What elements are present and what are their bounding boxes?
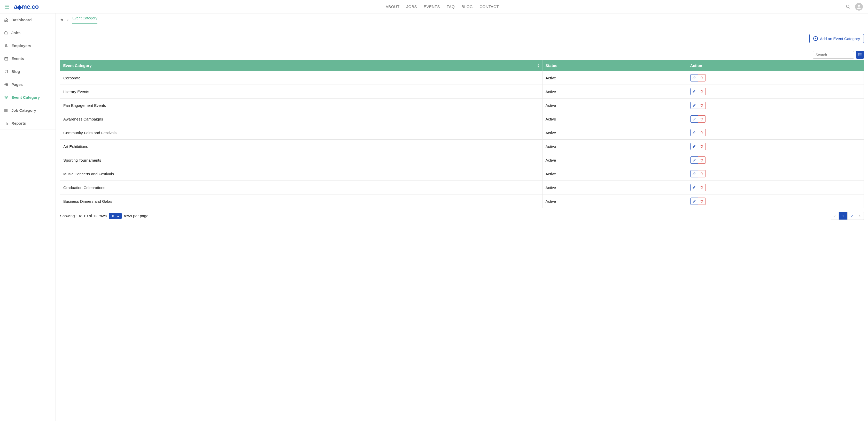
cell-action <box>687 181 864 194</box>
cell-status: Active <box>542 71 687 85</box>
job-category-icon <box>4 108 8 112</box>
avatar[interactable] <box>855 3 863 10</box>
topnav-faq[interactable]: FAQ <box>447 4 455 9</box>
breadcrumb-current[interactable]: Event Category <box>72 16 97 24</box>
sidebar-item-events[interactable]: Events <box>0 52 56 65</box>
delete-button[interactable] <box>698 129 706 136</box>
delete-button[interactable] <box>698 157 706 164</box>
edit-button[interactable] <box>690 170 698 177</box>
dashboard-icon <box>4 18 8 22</box>
cell-name: Literary Events <box>60 85 542 99</box>
cell-action <box>687 126 864 140</box>
delete-button[interactable] <box>698 198 706 205</box>
blog-icon <box>4 69 8 74</box>
breadcrumb: Event Category <box>56 13 868 24</box>
topnav-jobs[interactable]: JOBS <box>406 4 417 9</box>
sidebar-item-label: Event Category <box>11 95 40 100</box>
delete-button[interactable] <box>698 102 706 109</box>
sidebar-item-label: Jobs <box>11 30 21 35</box>
sidebar-item-employers[interactable]: Employers <box>0 39 56 52</box>
table-row: Graduation CelebrationsActive <box>60 181 864 194</box>
col-action: Action <box>687 60 864 71</box>
edit-button[interactable] <box>690 88 698 95</box>
search-input[interactable] <box>813 51 854 59</box>
logo[interactable]: ame.co <box>14 3 39 10</box>
cell-action <box>687 153 864 167</box>
search-icon[interactable] <box>846 4 850 9</box>
svg-point-0 <box>846 5 849 8</box>
page-size-select[interactable]: 10 ▲ <box>109 213 122 219</box>
sidebar-item-pages[interactable]: Pages <box>0 78 56 91</box>
chevron-right-icon <box>67 19 69 21</box>
hamburger-icon[interactable] <box>5 5 9 8</box>
cell-action <box>687 85 864 99</box>
sidebar-item-event-category[interactable]: Event Category <box>0 91 56 104</box>
add-event-category-button[interactable]: + Add an Event Category <box>809 34 864 43</box>
col-status[interactable]: Status <box>542 60 687 71</box>
add-button-label: Add an Event Category <box>820 36 860 41</box>
sidebar-item-job-category[interactable]: Job Category <box>0 104 56 117</box>
cell-name: Community Fairs and Festivals <box>60 126 542 140</box>
sidebar-item-label: Employers <box>11 44 31 48</box>
plus-circle-icon: + <box>813 36 818 41</box>
event-category-icon <box>4 95 8 100</box>
events-icon <box>4 57 8 61</box>
caret-up-icon: ▲ <box>117 215 119 217</box>
cell-status: Active <box>542 112 687 126</box>
page-prev[interactable]: ‹ <box>831 212 839 220</box>
edit-button[interactable] <box>690 74 698 81</box>
svg-line-1 <box>848 7 850 8</box>
col-event-category[interactable]: Event Category ▲▼ <box>60 60 542 71</box>
cell-action <box>687 194 864 208</box>
edit-button[interactable] <box>690 143 698 150</box>
cell-name: Awareness Campaigns <box>60 112 542 126</box>
table-row: Awareness CampaignsActive <box>60 112 864 126</box>
svg-point-2 <box>858 5 860 7</box>
cell-name: Business Dinners and Galas <box>60 194 542 208</box>
sidebar-item-dashboard[interactable]: Dashboard <box>0 13 56 26</box>
home-icon[interactable] <box>60 18 64 22</box>
page-next[interactable]: › <box>856 212 864 220</box>
pagination: ‹12› <box>831 212 864 220</box>
columns-toggle-button[interactable] <box>856 51 864 59</box>
sidebar: DashboardJobsEmployersEventsBlogPagesEve… <box>0 13 56 421</box>
svg-rect-5 <box>5 57 8 60</box>
table-body: CorporateActiveLiterary EventsActiveFan … <box>60 71 864 208</box>
cell-action <box>687 167 864 181</box>
sidebar-item-jobs[interactable]: Jobs <box>0 26 56 39</box>
delete-button[interactable] <box>698 88 706 95</box>
edit-button[interactable] <box>690 184 698 191</box>
sidebar-item-reports[interactable]: Reports <box>0 117 56 130</box>
event-category-table: Event Category ▲▼ Status Action Corporat… <box>60 60 864 208</box>
cell-status: Active <box>542 126 687 140</box>
cell-name: Sporting Tournaments <box>60 153 542 167</box>
reports-icon <box>4 121 8 125</box>
sidebar-item-label: Pages <box>11 82 23 87</box>
employers-icon <box>4 44 8 48</box>
cell-status: Active <box>542 153 687 167</box>
topnav-blog[interactable]: BLOG <box>462 4 473 9</box>
edit-button[interactable] <box>690 102 698 109</box>
delete-button[interactable] <box>698 170 706 177</box>
edit-button[interactable] <box>690 129 698 136</box>
sort-icon: ▲▼ <box>537 64 540 68</box>
edit-button[interactable] <box>690 198 698 205</box>
delete-button[interactable] <box>698 74 706 81</box>
table-row: Community Fairs and FestivalsActive <box>60 126 864 140</box>
topnav-contact[interactable]: CONTACT <box>479 4 499 9</box>
sidebar-item-label: Events <box>11 56 24 61</box>
edit-button[interactable] <box>690 115 698 122</box>
cell-status: Active <box>542 181 687 194</box>
page-1[interactable]: 1 <box>839 212 847 220</box>
delete-button[interactable] <box>698 115 706 122</box>
svg-point-17 <box>5 109 5 109</box>
page-2[interactable]: 2 <box>847 212 856 220</box>
edit-button[interactable] <box>690 157 698 164</box>
topnav-about[interactable]: ABOUT <box>386 4 400 9</box>
delete-button[interactable] <box>698 184 706 191</box>
sidebar-item-blog[interactable]: Blog <box>0 65 56 78</box>
topnav-events[interactable]: EVENTS <box>424 4 440 9</box>
sidebar-item-label: Blog <box>11 69 20 74</box>
top-nav: ABOUTJOBSEVENTSFAQBLOGCONTACT <box>386 4 499 9</box>
delete-button[interactable] <box>698 143 706 150</box>
